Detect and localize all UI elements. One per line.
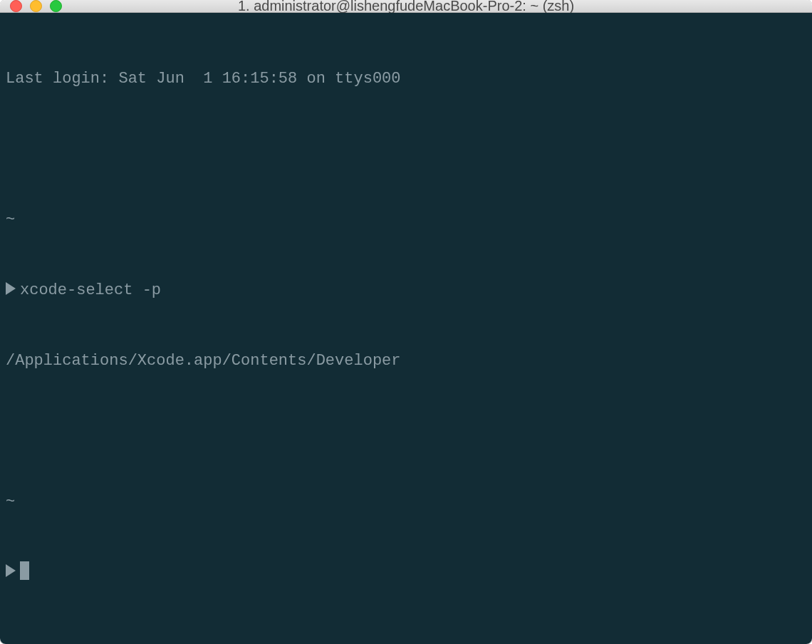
- cursor: [20, 561, 29, 580]
- blank-line: [6, 420, 806, 443]
- close-button[interactable]: [10, 0, 22, 12]
- titlebar[interactable]: 1. administrator@lishengfudeMacBook-Pro-…: [0, 0, 812, 13]
- command-text: xcode-select -p: [20, 281, 161, 299]
- prompt-arrow-icon: [6, 564, 16, 577]
- cwd-line: ~: [6, 208, 806, 232]
- minimize-button[interactable]: [30, 0, 42, 12]
- terminal-content[interactable]: Last login: Sat Jun 1 16:15:58 on ttys00…: [0, 13, 812, 644]
- output-line: /Applications/Xcode.app/Contents/Develop…: [6, 349, 806, 373]
- maximize-button[interactable]: [50, 0, 62, 12]
- prompt-arrow-icon: [6, 282, 16, 295]
- blank-line: [6, 137, 806, 161]
- last-login-line: Last login: Sat Jun 1 16:15:58 on ttys00…: [6, 67, 806, 90]
- prompt-line: [6, 561, 806, 584]
- window-title: 1. administrator@lishengfudeMacBook-Pro-…: [0, 0, 812, 14]
- prompt-line: xcode-select -p: [6, 279, 806, 302]
- terminal-window: 1. administrator@lishengfudeMacBook-Pro-…: [0, 0, 812, 644]
- traffic-lights: [10, 0, 62, 12]
- cwd-line: ~: [6, 490, 806, 514]
